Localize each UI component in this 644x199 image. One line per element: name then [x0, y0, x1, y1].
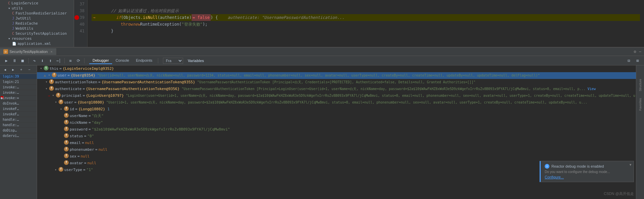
- var-row-sex[interactable]: f sex = null: [37, 153, 636, 160]
- var-row-email[interactable]: f email = null: [37, 140, 636, 146]
- reactor-notification: i Reactor debug mode is enabled Do you w…: [540, 161, 634, 182]
- toggle-user-inner[interactable]: [53, 100, 59, 105]
- stack-item-6[interactable]: invokeF…: [0, 106, 37, 112]
- var-row-authenticate[interactable]: f authenticate = {UsernamePasswordAuthen…: [37, 86, 636, 92]
- sep1: [28, 58, 29, 63]
- stack-item-7[interactable]: invokeF…: [0, 112, 37, 117]
- code-line-37: [92, 1, 640, 7]
- var-row-id[interactable]: ▸ f id = {Long@10802} 1: [37, 106, 636, 113]
- tab-endpoints[interactable]: Endpoints: [133, 57, 156, 64]
- debug-header: D SecurityTestApplication ×: [0, 47, 644, 56]
- stack-item-8[interactable]: handle:…: [0, 117, 37, 122]
- stop-btn[interactable]: ■: [19, 57, 26, 64]
- layout-btn1[interactable]: ⊟: [625, 57, 633, 64]
- toggle-authenticate[interactable]: [44, 86, 49, 91]
- icon-field-authenticate: f: [49, 86, 54, 91]
- restore-btn[interactable]: ⟳: [75, 57, 82, 64]
- icon-field-user-inner: f: [59, 100, 63, 104]
- layout-btn2[interactable]: ⊞: [634, 57, 641, 64]
- remove-watch-btn[interactable]: −: [26, 66, 33, 73]
- var-row-password[interactable]: f password = "$2a$10$WAwFkHZ8xWoR3e5D9zk…: [37, 126, 636, 133]
- tree-item-loginservice[interactable]: C LoginService: [0, 1, 74, 6]
- stack-item-4[interactable]: ● invoke:∞: [0, 95, 37, 101]
- var-row-user-inner[interactable]: f user = {User@10800} "User(id=1, userNa…: [37, 99, 636, 106]
- run-to-cursor-btn[interactable]: →|: [55, 57, 62, 64]
- debug-tab-label: SecurityTestApplication: [9, 50, 48, 54]
- icon-field-sex: f: [64, 153, 69, 158]
- frame-selector[interactable]: Fra: [163, 58, 183, 64]
- sep4: [158, 58, 158, 63]
- sep2: [64, 58, 65, 63]
- icon-field-nickname: f: [64, 120, 69, 124]
- toggle-authtoken[interactable]: [44, 79, 49, 85]
- eval-btn[interactable]: ≡: [67, 57, 74, 64]
- folder-toggle-resources: ▾: [8, 36, 10, 41]
- toggle-id[interactable]: ▸: [59, 106, 64, 112]
- stack-item-11[interactable]: doServi…: [0, 133, 37, 139]
- stack-item-9[interactable]: handle:…: [0, 122, 37, 128]
- debug-tab[interactable]: D SecurityTestApplication ×: [0, 48, 56, 55]
- tab-debugger[interactable]: Debugger: [89, 57, 112, 64]
- step-over-btn[interactable]: ↷: [31, 57, 38, 64]
- stack-item-1[interactable]: login:21: [0, 79, 37, 85]
- icon-field-username: f: [64, 113, 69, 118]
- line-numbers: 37 38 39 40 41: [74, 0, 88, 47]
- var-row-phone[interactable]: f phonenumber = null: [37, 146, 636, 153]
- icon-field-principal: f: [56, 93, 61, 97]
- class-icon-redis: J: [12, 22, 14, 25]
- toggle-this[interactable]: [38, 66, 44, 71]
- tree-item-webutils[interactable]: J WebUtils: [0, 26, 74, 31]
- minimize-icon[interactable]: [639, 49, 641, 54]
- class-icon-jwt: J: [12, 17, 14, 20]
- step-into-btn[interactable]: ⬇: [39, 57, 46, 64]
- reactor-title: i Reactor debug mode is enabled: [545, 164, 630, 169]
- pause-btn[interactable]: ⏸: [11, 57, 18, 64]
- folder-toggle: ▾: [8, 6, 10, 10]
- var-row-user[interactable]: ⚠ f user = {User@9354} "User(id=null, us…: [37, 72, 636, 79]
- tree-item-redis[interactable]: J RedisCache: [0, 21, 74, 26]
- class-icon-fastjson: C: [12, 11, 14, 15]
- tree-item-jwtutil[interactable]: J JwtUtil: [0, 16, 74, 21]
- icon-field-usertype: f: [59, 167, 63, 172]
- code-line-39: → if (Objects. isNull (authenticate) = f…: [92, 14, 640, 21]
- code-area: C LoginService ▾ utils C FastJsonRedisSe…: [0, 0, 644, 47]
- class-icon-security: C: [12, 32, 14, 35]
- tree-item-appxml[interactable]: 📄 application.xml: [0, 41, 74, 46]
- notification-close[interactable]: ▾: [630, 163, 632, 167]
- step-out-btn[interactable]: ⬆: [47, 57, 54, 64]
- view-link-auth[interactable]: View: [585, 86, 596, 92]
- favorites-label[interactable]: Favorites: [639, 98, 642, 111]
- toggle-principal[interactable]: [50, 93, 56, 98]
- tree-item-security[interactable]: C SecurityTestApplication: [0, 31, 74, 36]
- var-row-status[interactable]: f status = "0": [37, 133, 636, 140]
- var-row-username[interactable]: f userName = "白天": [37, 113, 636, 119]
- resume-btn[interactable]: ▶: [3, 57, 10, 64]
- prev-btn[interactable]: ◀: [1, 66, 9, 73]
- tree-item-utils[interactable]: ▾ utils: [0, 6, 74, 11]
- toggle-user[interactable]: [46, 73, 52, 78]
- stack-item-0[interactable]: login:39: [0, 74, 37, 79]
- var-row-principal[interactable]: → f principal = {LoginUser@10797} "Login…: [37, 92, 636, 99]
- icon-field-avatar: f: [64, 160, 69, 165]
- toggle-usertype[interactable]: ▸: [53, 167, 59, 172]
- reactor-info-icon: i: [545, 164, 549, 169]
- var-row-this[interactable]: t this = {LoginServiceImpl@9352}: [37, 65, 636, 72]
- stack-item-5[interactable]: doInvok…: [0, 101, 37, 106]
- stack-item-10[interactable]: doDisp…: [0, 128, 37, 133]
- next-btn[interactable]: ▶: [9, 66, 17, 73]
- var-row-authtoken[interactable]: f authenticationToken = {UsernamePasswor…: [37, 79, 636, 86]
- debug-settings: [634, 49, 644, 54]
- add-watch-btn[interactable]: +: [18, 66, 25, 73]
- var-row-nickname[interactable]: f nickName = "day": [37, 119, 636, 126]
- settings-gear-icon[interactable]: [634, 49, 636, 54]
- tab-console[interactable]: Console: [112, 57, 132, 64]
- stack-item-2[interactable]: invoke:…: [0, 85, 37, 90]
- tree-item-resources[interactable]: ▾ resources: [0, 36, 74, 41]
- structure-label[interactable]: Structure: [639, 79, 642, 91]
- tab-close[interactable]: ×: [50, 50, 53, 54]
- stack-item-3[interactable]: invoke:…: [0, 90, 37, 95]
- configure-link[interactable]: Configure...: [545, 175, 564, 179]
- right-sidebar: Structure Favorites: [636, 65, 644, 199]
- icon-this: t: [44, 66, 48, 70]
- tree-item-fastjson[interactable]: C FastJsonRedisSerializer: [0, 11, 74, 16]
